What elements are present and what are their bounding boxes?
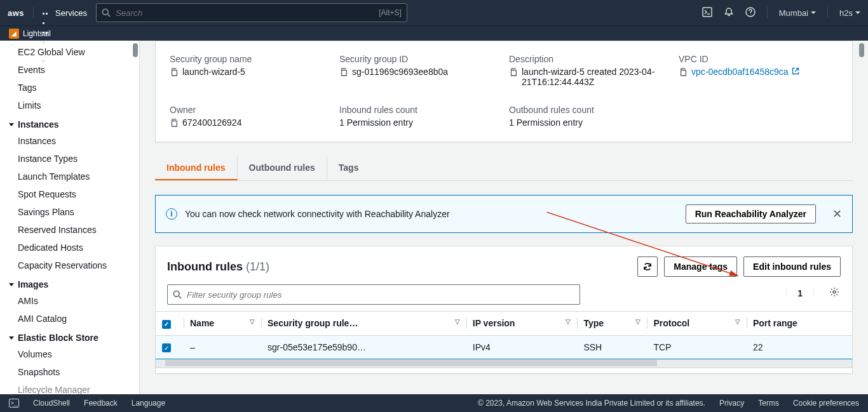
cloudshell-icon[interactable]: >_ [9,399,19,408]
sidebar-item[interactable]: Volumes [0,345,139,363]
copy-icon[interactable] [339,68,348,77]
sidebar-group-images[interactable]: Images [0,274,139,292]
footer-feedback[interactable]: Feedback [84,399,118,408]
sidebar-item[interactable]: Savings Plans [0,203,139,221]
svg-rect-6 [512,70,517,76]
grid-icon [43,8,51,17]
tab-outbound-rules[interactable]: Outbound rules [238,156,327,180]
col-name[interactable]: Name▽ [184,312,261,336]
account-menu[interactable]: h2s [839,8,860,18]
col-sgr[interactable]: Security group rule…▽ [261,312,466,336]
footer-terms[interactable]: Terms [758,399,779,408]
sidebar-group-ebs[interactable]: Elastic Block Store [0,328,139,345]
sidebar-item[interactable]: EC2 Global View [0,43,139,61]
caret-down-icon [9,283,14,286]
svg-rect-4 [172,70,177,76]
aws-logo[interactable]: aws [8,8,24,18]
horizontal-scrollbar[interactable] [156,359,852,368]
region-selector[interactable]: Mumbai [779,8,816,18]
filter-input[interactable] [187,290,574,300]
page-number: 1 [797,288,803,298]
search-icon [173,290,182,299]
svg-line-11 [179,296,182,299]
tab-inbound-rules[interactable]: Inbound rules [155,156,238,180]
copy-icon[interactable] [679,68,688,77]
search-icon [102,8,111,17]
footer-cookies[interactable]: Cookie preferences [793,399,859,408]
sidebar-item[interactable]: Instance Types [0,150,139,168]
sidebar-group-instances[interactable]: Instances [0,114,139,132]
footer-cloudshell[interactable]: CloudShell [33,399,70,408]
sidebar-item[interactable]: Tags [0,79,139,96]
copy-icon[interactable] [170,119,179,128]
help-icon[interactable] [745,7,756,19]
refresh-button[interactable] [637,256,658,277]
top-nav: aws Services [Alt+S] Mumbai h2s [0,0,868,25]
sidebar-item[interactable]: Events [0,61,139,79]
lightsail-icon: ◢ [9,29,19,39]
table-row[interactable]: ✓ – sgr-05e53e175e59b90… IPv4 SSH TCP 22 [156,335,852,359]
refresh-icon [642,262,653,272]
sidebar-item[interactable]: Snapshots [0,363,139,381]
sidebar-item[interactable]: Spot Requests [0,185,139,203]
copy-icon[interactable] [170,68,179,77]
favorites-bar: ◢ Lightsail [0,25,868,41]
services-menu[interactable]: Services [43,8,87,18]
favorite-lightsail[interactable]: ◢ Lightsail [9,29,51,39]
tab-tags[interactable]: Tags [327,156,370,180]
edit-inbound-rules-button[interactable]: Edit inbound rules [743,256,841,277]
col-ipv[interactable]: IP version▽ [466,312,578,336]
close-icon[interactable]: ✕ [832,207,842,221]
sidebar-item[interactable]: Limits [0,96,139,114]
filter-rules[interactable] [167,284,580,305]
sidebar-item[interactable]: Launch Templates [0,168,139,185]
manage-tags-button[interactable]: Manage tags [664,256,737,277]
rules-table: ✓ Name▽ Security group rule…▽ IP version… [156,311,852,359]
svg-line-1 [108,15,111,17]
footer-language[interactable]: Language [132,399,165,408]
info-icon: i [166,208,177,220]
details-panel: Security group name launch-wizard-5 Secu… [155,41,853,142]
col-port[interactable]: Port range [747,312,852,336]
scrollbar-thumb[interactable] [133,43,138,57]
field-outbound-count: Outbound rules count 1 Permission entry [509,105,668,128]
col-proto[interactable]: Protocol▽ [647,312,746,336]
cloudshell-launch-icon[interactable] [702,7,712,19]
run-reachability-button[interactable]: Run Reachability Analyzer [686,204,816,223]
field-vpc-id: VPC ID vpc-0ecdb0af16458c9ca [679,54,838,87]
svg-point-12 [833,291,836,293]
svg-point-0 [102,9,108,15]
banner-text: You can now check network connectivity w… [185,209,450,219]
sidebar-item[interactable]: Instances [0,132,139,150]
sidebar-item[interactable]: AMI Catalog [0,310,139,328]
caret-down-icon [811,11,816,14]
copy-icon[interactable] [509,68,518,77]
reachability-banner: i You can now check network connectivity… [155,195,853,233]
row-checkbox[interactable]: ✓ [162,343,171,352]
external-link-icon [792,67,799,75]
search-input[interactable] [116,8,374,18]
prev-page[interactable]: 〈 [780,288,789,299]
settings-icon[interactable] [829,287,839,299]
global-search[interactable]: [Alt+S] [96,3,407,22]
footer-privacy[interactable]: Privacy [719,399,744,408]
footer: >_ CloudShell Feedback Language © 2023, … [0,394,868,412]
sidebar-item[interactable]: Dedicated Hosts [0,239,139,256]
scrollbar-thumb[interactable] [859,43,864,57]
sidebar-item[interactable]: Lifecycle Manager [0,381,139,394]
notifications-icon[interactable] [724,7,734,19]
services-label: Services [55,8,87,18]
field-inbound-count: Inbound rules count 1 Permission entry [339,105,499,128]
caret-down-icon [855,11,860,14]
select-all-checkbox[interactable]: ✓ [162,320,171,329]
caret-down-icon [9,123,14,126]
scrollbar-thumb[interactable] [165,360,657,366]
sidebar-item[interactable]: AMIs [0,292,139,310]
next-page[interactable]: 〉 [811,288,820,299]
sidebar-item[interactable]: Capacity Reservations [0,256,139,274]
col-type[interactable]: Type▽ [577,312,647,336]
vpc-link[interactable]: vpc-0ecdb0af16458c9ca [691,67,799,77]
field-sg-name: Security group name launch-wizard-5 [170,54,329,87]
svg-rect-8 [172,121,177,127]
sidebar-item[interactable]: Reserved Instances [0,221,139,239]
